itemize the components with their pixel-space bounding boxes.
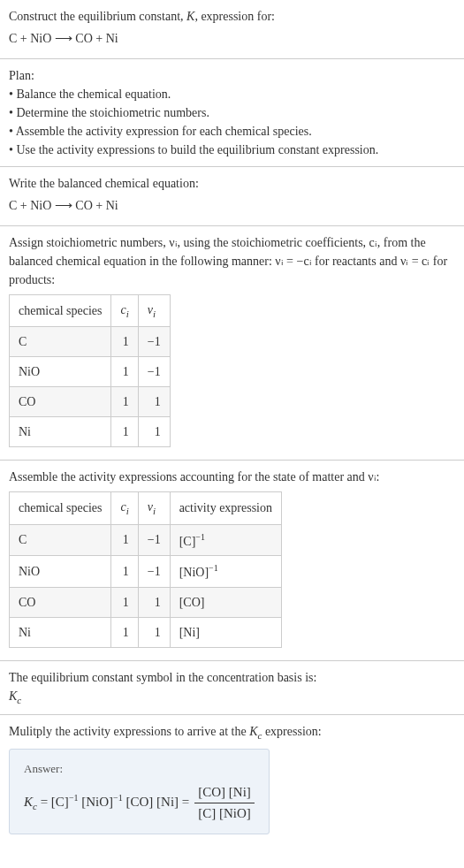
table-row: NiO 1 −1 xyxy=(10,357,171,387)
answer-box: Answer: Kc = [C]−1 [NiO]−1 [CO] [Ni] = [… xyxy=(9,749,270,835)
cell-ci: 1 xyxy=(111,524,138,556)
cell-species: NiO xyxy=(10,556,111,588)
activity-table: chemical species ci νi activity expressi… xyxy=(9,491,282,648)
intro-title: Construct the equilibrium constant, K, e… xyxy=(9,7,455,26)
cell-expr: [NiO]−1 xyxy=(170,556,281,588)
th-species: chemical species xyxy=(10,295,111,327)
th-vi: νi xyxy=(138,295,170,327)
plan-heading: Plan: xyxy=(9,66,455,85)
th-species: chemical species xyxy=(10,492,111,524)
cell-species: Ni xyxy=(10,417,111,447)
kc-numerator: [CO] [Ni] xyxy=(194,782,255,803)
cell-species: C xyxy=(10,327,111,357)
table-row: NiO 1 −1 [NiO]−1 xyxy=(10,556,282,588)
activity-text: Assemble the activity expressions accoun… xyxy=(9,468,455,486)
plan-item: • Use the activity expressions to build … xyxy=(9,141,455,159)
cell-vi: 1 xyxy=(138,587,170,617)
cell-species: NiO xyxy=(10,357,111,387)
cell-ci: 1 xyxy=(111,327,138,357)
table-row: C 1 −1 [C]−1 xyxy=(10,524,282,556)
balanced-heading: Write the balanced chemical equation: xyxy=(9,174,455,193)
intro-equation: C + NiO ⟶ CO + Ni xyxy=(9,29,455,48)
plan-item: • Determine the stoichiometric numbers. xyxy=(9,103,455,122)
cell-ci: 1 xyxy=(111,556,138,588)
balanced-section: Write the balanced chemical equation: C … xyxy=(0,167,464,226)
symbol-text: The equilibrium constant symbol in the c… xyxy=(9,668,455,687)
plan-section: Plan: • Balance the chemical equation. •… xyxy=(0,59,464,167)
cell-vi: −1 xyxy=(138,357,170,387)
answer-label: Answer: xyxy=(24,760,255,778)
table-row: CO 1 1 [CO] xyxy=(10,587,282,617)
stoich-section: Assign stoichiometric numbers, νᵢ, using… xyxy=(0,226,464,461)
cell-species: CO xyxy=(10,587,111,617)
balanced-equation: C + NiO ⟶ CO + Ni xyxy=(9,196,455,215)
kc-formula: Kc = [C]−1 [NiO]−1 [CO] [Ni] = [CO] [Ni]… xyxy=(24,782,255,823)
th-ci: ci xyxy=(111,492,138,524)
cell-ci: 1 xyxy=(111,417,138,447)
table-row: Ni 1 1 [Ni] xyxy=(10,617,282,647)
cell-vi: −1 xyxy=(138,327,170,357)
cell-vi: 1 xyxy=(138,417,170,447)
th-ci: ci xyxy=(111,295,138,327)
cell-expr: [C]−1 xyxy=(170,524,281,556)
activity-section: Assemble the activity expressions accoun… xyxy=(0,461,464,661)
cell-expr: [CO] xyxy=(170,587,281,617)
symbol-section: The equilibrium constant symbol in the c… xyxy=(0,661,464,715)
plan-item: • Assemble the activity expression for e… xyxy=(9,122,455,141)
cell-ci: 1 xyxy=(111,387,138,417)
table-row: CO 1 1 xyxy=(10,387,171,417)
cell-species: CO xyxy=(10,387,111,417)
kc-lhs: Kc = [C]−1 [NiO]−1 [CO] [Ni] = xyxy=(24,791,189,814)
cell-expr: [Ni] xyxy=(170,617,281,647)
cell-vi: 1 xyxy=(138,617,170,647)
cell-vi: 1 xyxy=(138,387,170,417)
cell-species: Ni xyxy=(10,617,111,647)
plan-item: • Balance the chemical equation. xyxy=(9,85,455,103)
kc-fraction: [CO] [Ni] [C] [NiO] xyxy=(194,782,255,823)
multiply-section: Mulitply the activity expressions to arr… xyxy=(0,715,464,850)
th-expr: activity expression xyxy=(170,492,281,524)
cell-ci: 1 xyxy=(111,587,138,617)
cell-ci: 1 xyxy=(111,617,138,647)
intro-section: Construct the equilibrium constant, K, e… xyxy=(0,0,464,59)
kc-denominator: [C] [NiO] xyxy=(194,803,255,824)
table-row: Ni 1 1 xyxy=(10,417,171,447)
stoich-text: Assign stoichiometric numbers, νᵢ, using… xyxy=(9,233,455,289)
cell-ci: 1 xyxy=(111,357,138,387)
multiply-text: Mulitply the activity expressions to arr… xyxy=(9,722,455,742)
cell-vi: −1 xyxy=(138,524,170,556)
stoich-table: chemical species ci νi C 1 −1 NiO 1 −1 C… xyxy=(9,294,171,447)
cell-vi: −1 xyxy=(138,556,170,588)
table-row: C 1 −1 xyxy=(10,327,171,357)
cell-species: C xyxy=(10,524,111,556)
symbol-value: Kc xyxy=(9,687,455,707)
th-vi: νi xyxy=(138,492,170,524)
